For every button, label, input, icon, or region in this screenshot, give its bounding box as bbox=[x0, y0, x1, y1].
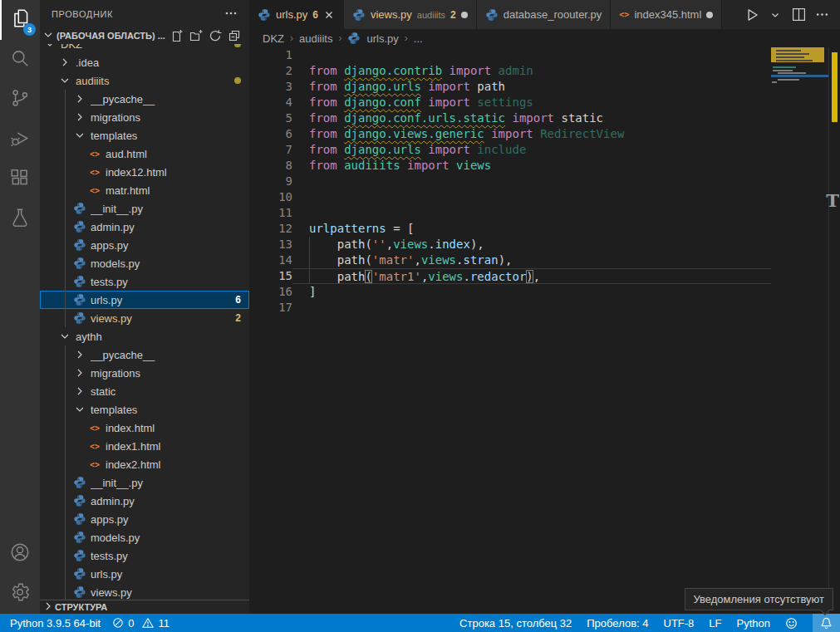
tree-item-__init__.py[interactable]: __init__.py bbox=[40, 199, 249, 218]
collapse-all-icon[interactable] bbox=[228, 29, 241, 42]
tree-item-matr.html[interactable]: <>matr.html bbox=[40, 181, 249, 199]
line-number[interactable]: 14 bbox=[249, 252, 292, 268]
problems-item[interactable]: 0 11 bbox=[112, 617, 169, 630]
tree-item-__init__.py[interactable]: __init__.py bbox=[40, 473, 249, 492]
tree-item-index.html[interactable]: <>index.html bbox=[40, 419, 249, 437]
tab-index345.html[interactable]: <>index345.html bbox=[611, 0, 722, 29]
feedback-item[interactable] bbox=[785, 617, 798, 630]
tree-item-views.py[interactable]: views.py2 bbox=[40, 309, 249, 327]
tree-item-templates[interactable]: templates bbox=[40, 400, 249, 419]
code-line-17[interactable]: 17 bbox=[249, 300, 771, 316]
line-number[interactable]: 1 bbox=[249, 47, 292, 63]
line-number[interactable]: 11 bbox=[249, 205, 292, 221]
breadcrumb-item[interactable]: urls.py bbox=[366, 32, 398, 45]
more-actions-button[interactable] bbox=[812, 5, 832, 25]
tree-item-urls.py[interactable]: urls.py bbox=[40, 565, 249, 583]
tree-item-migrations[interactable]: migrations bbox=[40, 108, 249, 126]
tree-item-aythh[interactable]: aythh bbox=[40, 327, 249, 345]
encoding-item[interactable]: UTF-8 bbox=[664, 617, 695, 630]
minimap[interactable] bbox=[771, 47, 828, 155]
search-activity-button[interactable] bbox=[0, 40, 40, 80]
close-icon[interactable] bbox=[323, 9, 335, 21]
code-line-12[interactable]: 12urlpatterns = [ bbox=[249, 221, 771, 237]
tree-item-tests.py[interactable]: tests.py bbox=[40, 546, 249, 565]
tab-views.py[interactable]: views.pyaudiiits2 bbox=[344, 0, 477, 29]
extensions-activity-button[interactable] bbox=[0, 159, 40, 199]
code-line-16[interactable]: 16] bbox=[249, 284, 771, 300]
tree-item-urls.py[interactable]: urls.py6 bbox=[40, 291, 249, 309]
line-number[interactable]: 6 bbox=[249, 126, 292, 142]
tree-item-index12.html[interactable]: <>index12.html bbox=[40, 163, 249, 181]
code-line-9[interactable]: 9 bbox=[249, 174, 771, 189]
tree-item-index2.html[interactable]: <>index2.html bbox=[40, 455, 249, 473]
code-line-4[interactable]: 4from django.conf import settings bbox=[249, 95, 771, 110]
source-control-activity-button[interactable] bbox=[0, 80, 40, 120]
tree-item-aud.html[interactable]: <>aud.html bbox=[40, 145, 249, 163]
line-number[interactable]: 5 bbox=[249, 110, 292, 126]
code-line-2[interactable]: 2from django.contrib import admin bbox=[249, 63, 771, 79]
code-line-8[interactable]: 8from audiiits import views bbox=[249, 158, 771, 174]
line-number[interactable]: 9 bbox=[249, 174, 292, 189]
line-number[interactable]: 15 bbox=[249, 268, 292, 284]
code-line-13[interactable]: 13 path('',views.index), bbox=[249, 237, 771, 252]
python-interpreter-item[interactable]: Python 3.9.5 64-bit bbox=[10, 617, 101, 630]
breadcrumb-item[interactable]: ... bbox=[414, 32, 423, 45]
line-number[interactable]: 13 bbox=[249, 237, 292, 252]
tree-item-__pycache__[interactable]: __pycache__ bbox=[40, 345, 249, 364]
code-line-11[interactable]: 11 bbox=[249, 205, 771, 221]
refresh-icon[interactable] bbox=[209, 29, 222, 42]
run-debug-activity-button[interactable] bbox=[0, 120, 40, 159]
testing-activity-button[interactable] bbox=[0, 199, 40, 239]
tree-item-DKZ[interactable]: DKZ bbox=[40, 44, 249, 53]
run-button[interactable] bbox=[742, 5, 762, 25]
line-number[interactable]: 8 bbox=[249, 158, 292, 174]
tree-item-models.py[interactable]: models.py bbox=[40, 528, 249, 546]
code-line-14[interactable]: 14 path('matr',views.stran), bbox=[249, 252, 771, 268]
tab-database_roouter.py[interactable]: database_roouter.py bbox=[477, 0, 612, 29]
code-line-1[interactable]: 1 bbox=[249, 47, 771, 63]
line-number[interactable]: 12 bbox=[249, 221, 292, 237]
tree-item-admin.py[interactable]: admin.py bbox=[40, 492, 249, 510]
breadcrumb-item[interactable]: audiiits bbox=[299, 32, 332, 45]
tree-item-static[interactable]: static bbox=[40, 382, 249, 400]
code-line-10[interactable]: 10 bbox=[249, 189, 771, 205]
line-number[interactable]: 7 bbox=[249, 142, 292, 158]
tree-item-migrations[interactable]: migrations bbox=[40, 364, 249, 382]
breadcrumb[interactable]: DKZ›audiiits›urls.py›... bbox=[249, 29, 840, 47]
indentation-item[interactable]: Пробелов: 4 bbox=[587, 617, 648, 630]
tree-item-templates[interactable]: templates bbox=[40, 126, 249, 145]
tree-item-apps.py[interactable]: apps.py bbox=[40, 510, 249, 528]
outline-section-header[interactable]: СТРУКТУРА bbox=[40, 600, 249, 614]
tree-item-admin.py[interactable]: admin.py bbox=[40, 218, 249, 236]
notifications-bell-button[interactable] bbox=[813, 614, 840, 632]
tree-item-models.py[interactable]: models.py bbox=[40, 254, 249, 272]
code-line-5[interactable]: 5from django.conf.urls.static import sta… bbox=[249, 110, 771, 126]
tree-item-tests.py[interactable]: tests.py bbox=[40, 272, 249, 291]
new-folder-icon[interactable] bbox=[189, 29, 203, 42]
cursor-position-item[interactable]: Строка 15, столбец 32 bbox=[459, 617, 572, 630]
line-number[interactable]: 10 bbox=[249, 189, 292, 205]
breadcrumb-item[interactable]: DKZ bbox=[263, 32, 284, 45]
tree-item-__pycache__[interactable]: __pycache__ bbox=[40, 90, 249, 108]
line-number[interactable]: 3 bbox=[249, 79, 292, 95]
tree-item-index1.html[interactable]: <>index1.html bbox=[40, 437, 249, 455]
tree-item-.idea[interactable]: .idea bbox=[40, 53, 249, 71]
line-number[interactable]: 17 bbox=[249, 300, 292, 316]
overview-ruler[interactable]: T bbox=[828, 47, 840, 614]
workspace-section-header[interactable]: (РАБОЧАЯ ОБЛАСТЬ) ... bbox=[40, 27, 249, 44]
line-number[interactable]: 2 bbox=[249, 63, 292, 79]
settings-button[interactable] bbox=[0, 574, 40, 614]
tree-item-apps.py[interactable]: apps.py bbox=[40, 236, 249, 254]
tree-item-views.py[interactable]: views.py bbox=[40, 583, 249, 600]
line-number[interactable]: 4 bbox=[249, 95, 292, 110]
account-button[interactable] bbox=[0, 534, 40, 574]
code-line-6[interactable]: 6from django.views.generic import Redire… bbox=[249, 126, 771, 142]
sidebar-more-icon[interactable] bbox=[224, 7, 238, 22]
language-mode-item[interactable]: Python bbox=[737, 617, 770, 630]
eol-item[interactable]: LF bbox=[709, 617, 721, 630]
tree-item-audiiits[interactable]: audiiits bbox=[40, 71, 249, 90]
run-dropdown-chevron-icon[interactable] bbox=[765, 5, 785, 25]
tab-urls.py[interactable]: urls.py6 bbox=[249, 0, 344, 29]
explorer-activity-button[interactable]: 3 bbox=[0, 0, 40, 40]
code-line-7[interactable]: 7from django.urls import include bbox=[249, 142, 771, 158]
